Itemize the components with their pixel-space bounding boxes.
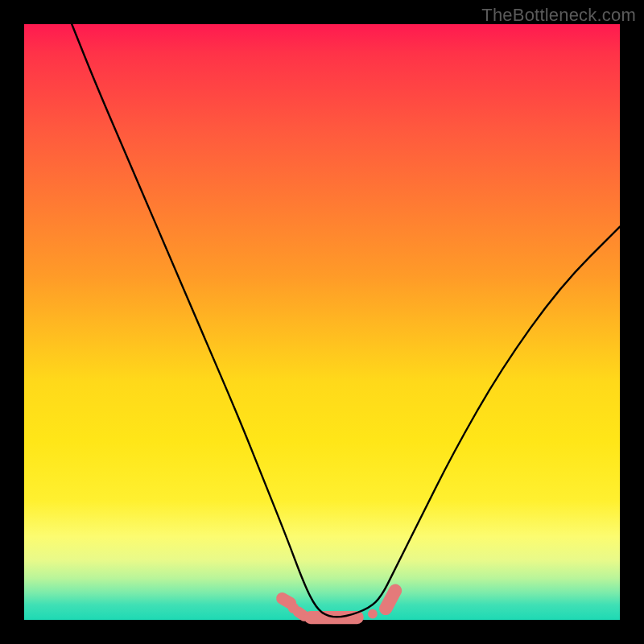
marker-pill	[377, 582, 404, 617]
chart-frame: TheBottleneck.com	[0, 0, 644, 644]
watermark-text: TheBottleneck.com	[481, 5, 636, 26]
bottleneck-curve	[72, 24, 620, 617]
curve-svg	[24, 24, 620, 620]
plot-area	[24, 24, 620, 620]
marker-dot	[368, 609, 378, 619]
